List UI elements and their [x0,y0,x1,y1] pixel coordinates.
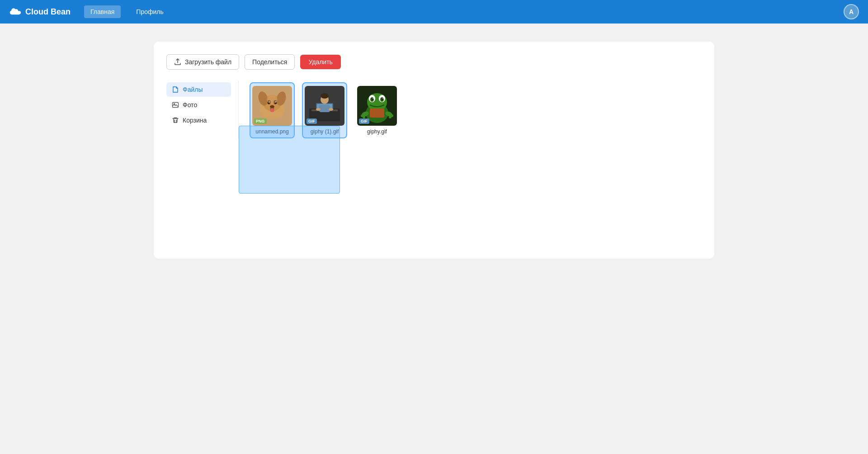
sidebar-files-label: Файлы [183,86,203,93]
sidebar-trash-label: Корзина [183,117,207,124]
delete-button[interactable]: Удалить [300,55,340,69]
nav-home[interactable]: Главная [84,5,121,18]
trash-icon [172,117,179,124]
file-name: unnamed.png [255,128,288,135]
avatar[interactable]: A [844,4,859,19]
file-badge-gif2: GIF [359,118,369,124]
cloud-icon [9,7,22,16]
sidebar-item-files[interactable]: Файлы [166,82,231,97]
file-item[interactable]: PNG unnamed.png [250,82,295,138]
files-area: PNG unnamed.png [239,80,702,138]
file-thumbnail: PNG [252,86,292,126]
svg-rect-21 [319,105,330,112]
file-name: giphy (1).gif [311,128,339,135]
share-button[interactable]: Поделиться [245,54,295,70]
upload-label: Загрузить файл [185,58,231,66]
svg-rect-35 [370,109,384,118]
file-thumbnail: GIF [305,86,344,126]
svg-point-20 [321,93,329,99]
brand: Cloud Bean [9,7,71,17]
sidebar-item-photos[interactable]: Фото [166,98,231,112]
svg-point-13 [267,95,278,104]
toolbar: Загрузить файл Поделиться Удалить [166,54,702,70]
nav-profile[interactable]: Профиль [130,5,170,18]
svg-point-9 [270,105,274,109]
file-badge-png: PNG [254,118,267,124]
file-icon [172,86,179,93]
delete-label: Удалить [308,58,332,66]
file-item[interactable]: GIF giphy (1).gif [302,82,347,138]
page-content: Загрузить файл Поделиться Удалить Файлы [0,24,868,277]
svg-point-34 [382,98,383,99]
upload-icon [174,58,181,66]
svg-point-10 [270,109,274,112]
file-name: giphy.gif [367,128,387,135]
content-area: Файлы Фото Корзина [166,80,702,138]
main-card: Загрузить файл Поделиться Удалить Файлы [154,42,714,259]
file-item[interactable]: GIF giphy.gif [354,82,400,138]
files-grid: PNG unnamed.png [250,82,702,138]
image-icon [172,101,179,109]
svg-point-33 [373,98,373,99]
file-badge-gif1: GIF [307,118,317,124]
svg-point-22 [316,108,321,111]
svg-point-41 [389,116,392,118]
brand-name: Cloud Bean [25,7,71,17]
sidebar-item-trash[interactable]: Корзина [166,113,231,128]
svg-point-23 [329,108,333,111]
sidebar: Файлы Фото Корзина [166,80,239,138]
navbar: Cloud Bean Главная Профиль A [0,0,868,24]
upload-button[interactable]: Загрузить файл [166,54,239,70]
share-label: Поделиться [252,58,287,66]
file-thumbnail: GIF [357,86,397,126]
sidebar-photos-label: Фото [183,101,197,109]
